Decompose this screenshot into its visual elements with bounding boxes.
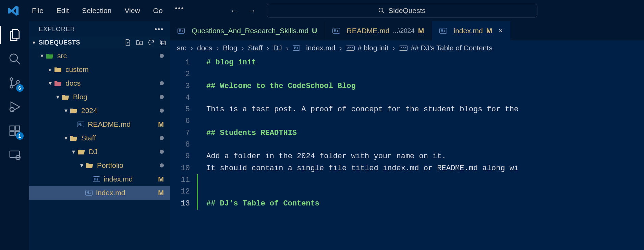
code-line[interactable]: This is a test post. A proof of concept … — [197, 104, 644, 115]
chevron-down-icon: ▾ — [46, 79, 54, 87]
new-folder-icon[interactable] — [136, 39, 143, 46]
new-file-icon[interactable] — [124, 39, 132, 46]
tree-label: Portfolio — [97, 161, 160, 170]
command-center[interactable]: SideQuests — [267, 4, 537, 17]
breadcrumb-folder[interactable]: Staff — [248, 44, 263, 52]
menu-go[interactable]: Go — [148, 4, 168, 17]
svg-rect-10 — [10, 132, 14, 136]
workspace-name: SIDEQUESTS — [39, 39, 80, 46]
code-line[interactable] — [197, 186, 644, 198]
file-tree: ▾src▸custom▾docs▾Blog▾2024M↓README.mdM▾S… — [29, 48, 170, 200]
svg-rect-14 — [160, 40, 164, 44]
svg-rect-9 — [15, 126, 20, 130]
workspace-section-header[interactable]: ▾ SIDEQUESTS — [29, 37, 170, 48]
chevron-right-icon: › — [191, 44, 193, 52]
files-icon — [8, 28, 21, 41]
tab-filename: index.md — [454, 27, 483, 35]
folder-icon — [70, 135, 78, 141]
breadcrumb-symbol[interactable]: abc## DJ's Table of Contents — [399, 44, 492, 52]
code-line[interactable]: ## Students READTHIS — [197, 127, 644, 139]
editor-tab[interactable]: M↓index.mdM× — [432, 21, 511, 40]
editor-tab[interactable]: M↓README.md...\2024M — [325, 21, 432, 40]
folder-icon — [54, 80, 62, 87]
breadcrumb-folder[interactable]: src — [177, 44, 186, 52]
line-number: 7 — [170, 127, 197, 139]
chevron-down-icon: ▾ — [62, 107, 70, 114]
activity-search[interactable] — [7, 51, 22, 66]
collapse-all-icon[interactable] — [159, 39, 167, 46]
tree-label: docs — [65, 79, 160, 87]
tree-folder[interactable]: ▾Staff — [29, 131, 170, 145]
activity-remote[interactable] — [7, 147, 22, 162]
breadcrumb-folder[interactable]: Blog — [223, 44, 237, 52]
tree-folder[interactable]: ▾Blog — [29, 90, 170, 104]
breadcrumbs[interactable]: src›docs›Blog›Staff›DJ›M↓index.md›abc# b… — [170, 40, 644, 55]
activity-scm[interactable]: 6 — [7, 75, 22, 90]
code-line[interactable]: It should contain a single file titled i… — [197, 163, 644, 174]
tree-file[interactable]: M↓index.mdM — [29, 172, 170, 186]
close-icon[interactable]: × — [498, 26, 503, 35]
tab-filename: README.md — [347, 27, 390, 35]
refresh-icon[interactable] — [147, 39, 155, 46]
folder-icon — [61, 93, 70, 100]
chevron-down-icon: ▾ — [54, 93, 61, 101]
tree-label: custom — [65, 65, 164, 74]
nav-back-icon[interactable]: ← — [230, 6, 239, 15]
tree-folder[interactable]: ▾docs — [29, 76, 170, 90]
code-line[interactable]: Add a folder in the 2024 folder with you… — [197, 151, 644, 162]
breadcrumb-folder[interactable]: DJ — [273, 44, 282, 52]
folder-icon — [46, 52, 54, 59]
chevron-down-icon: ▾ — [38, 52, 46, 60]
menu-overflow[interactable]: ••• — [170, 4, 189, 17]
chevron-right-icon: › — [267, 44, 269, 52]
tree-folder[interactable]: ▾Portfolio — [29, 159, 170, 172]
folder-icon — [77, 148, 85, 155]
extensions-badge: 1 — [16, 132, 24, 140]
editor-area: M↓Questions_And_Research_Skills.mdUM↓REA… — [170, 21, 644, 250]
menu-bar: File Edit Selection View Go ••• — [26, 4, 189, 17]
menu-file[interactable]: File — [26, 4, 49, 17]
nav-forward-icon[interactable]: → — [248, 6, 256, 15]
code-content[interactable]: # blog init## Welcome to the CodeSchool … — [197, 55, 644, 250]
code-line[interactable]: # blog init — [197, 57, 644, 68]
code-line[interactable] — [197, 92, 644, 104]
sidebar-more-icon[interactable]: ••• — [155, 25, 164, 33]
editor-tab[interactable]: M↓Questions_And_Research_Skills.mdU — [170, 21, 325, 40]
folder-icon — [85, 162, 94, 169]
command-center-text: SideQuests — [388, 7, 426, 15]
code-line[interactable] — [197, 139, 644, 151]
tree-file[interactable]: M↓README.mdM — [29, 117, 170, 131]
tab-git-status: M — [486, 27, 493, 35]
markdown-file-icon: M↓ — [178, 28, 185, 34]
breadcrumb-file[interactable]: M↓index.md — [293, 44, 335, 52]
svg-rect-12 — [10, 151, 20, 158]
activity-extensions[interactable]: 1 — [7, 123, 22, 138]
breadcrumb-symbol[interactable]: abc# blog init — [346, 44, 388, 52]
code-line[interactable] — [197, 174, 644, 186]
folder-icon — [70, 107, 78, 114]
menu-view[interactable]: View — [119, 4, 145, 17]
tree-label: index.md — [104, 175, 158, 183]
tree-folder[interactable]: ▸custom — [29, 63, 170, 76]
activity-run-debug[interactable] — [7, 99, 22, 114]
code-line[interactable]: ## Welcome to the CodeSchool Blog — [197, 80, 644, 92]
line-gutter: 12345678910111213 — [170, 55, 197, 250]
code-line[interactable] — [197, 115, 644, 127]
breadcrumb-folder[interactable]: docs — [197, 44, 212, 52]
code-line[interactable] — [197, 68, 644, 80]
code-line[interactable]: ## DJ's Table of Contents — [197, 198, 644, 210]
tree-file[interactable]: M↓index.mdM — [29, 186, 170, 200]
svg-line-1 — [382, 12, 384, 13]
tree-folder[interactable]: ▾src — [29, 49, 170, 63]
tree-label: Staff — [81, 134, 160, 142]
section-actions — [124, 39, 167, 46]
tree-folder[interactable]: ▾DJ — [29, 145, 170, 159]
menu-edit[interactable]: Edit — [51, 4, 74, 17]
menu-selection[interactable]: Selection — [76, 4, 117, 17]
activity-explorer[interactable] — [7, 27, 22, 42]
git-status-letter: M — [158, 121, 164, 128]
tree-folder[interactable]: ▾2024 — [29, 104, 170, 117]
tree-label: 2024 — [81, 107, 160, 115]
svg-rect-8 — [10, 126, 14, 130]
markdown-file-icon: M↓ — [293, 45, 300, 51]
